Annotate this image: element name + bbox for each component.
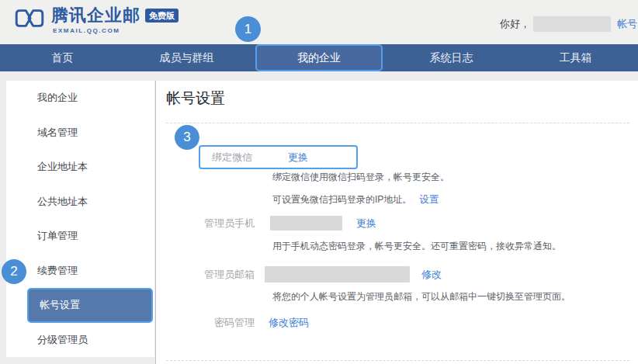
brand-name: 腾讯企业邮 xyxy=(51,5,140,26)
exmail-logo-icon xyxy=(12,7,47,29)
admin-email-desc: 将您的个人帐号设置为管理员邮箱，可以从邮箱中一键切换至管理页面。 xyxy=(272,290,570,303)
account-link[interactable]: 帐号 xyxy=(617,17,637,31)
password-row: 密码管理 修改密码 xyxy=(199,316,309,330)
free-edition-badge: 免费版 xyxy=(145,9,179,23)
logo-text: 腾讯企业邮 免费版 EXMAIL.QQ.COM xyxy=(51,5,179,34)
main-content: 帐号设置 绑定微信 更换 绑定微信使用微信扫码登录，帐号更安全。 可设置免微信扫… xyxy=(155,81,638,364)
wechat-ip-desc-text: 可设置免微信扫码登录的IP地址。 xyxy=(272,193,411,206)
admin-phone-label: 管理员手机 xyxy=(199,217,255,231)
sidebar-item-account-settings[interactable]: 帐号设置 xyxy=(27,288,153,323)
nav-tab-my-enterprise[interactable]: 我的企业 xyxy=(255,44,383,71)
sidebar-item-domain-management[interactable]: 域名管理 xyxy=(6,116,154,151)
password-label: 密码管理 xyxy=(199,316,255,330)
page-title: 帐号设置 xyxy=(166,88,225,109)
redacted-username xyxy=(533,16,611,32)
sidebar-item-my-enterprise[interactable]: 我的企业 xyxy=(6,81,154,116)
sidebar-item-order-management[interactable]: 订单管理 xyxy=(6,219,154,254)
divider-bottom xyxy=(166,360,629,361)
nav-tab-system-logs[interactable]: 系统日志 xyxy=(389,44,513,71)
phone-change-link[interactable]: 更换 xyxy=(356,217,376,231)
wechat-binding-row: 绑定微信 更换 xyxy=(199,145,358,169)
sidebar: 我的企业 域名管理 企业地址本 公共地址本 订单管理 续费管理 帐号设置 分级管… xyxy=(6,81,154,357)
divider-top xyxy=(166,123,629,123)
email-modify-link[interactable]: 修改 xyxy=(421,268,442,282)
nav-tab-home[interactable]: 首页 xyxy=(0,44,124,71)
wechat-ip-desc: 可设置免微信扫码登录的IP地址。 设置 xyxy=(272,193,439,206)
step-badge-3: 3 xyxy=(175,125,199,150)
header: 腾讯企业邮 免费版 EXMAIL.QQ.COM 你好， 帐号 xyxy=(0,0,638,44)
sidebar-item-enterprise-address-book[interactable]: 企业地址本 xyxy=(6,150,154,185)
sidebar-item-public-address-book[interactable]: 公共地址本 xyxy=(6,185,154,220)
sidebar-item-renewal-management[interactable]: 续费管理 xyxy=(6,254,154,289)
nav-tab-toolbox[interactable]: 工具箱 xyxy=(514,44,638,71)
admin-phone-desc: 用于手机动态密码登录，帐号更安全。还可重置密码，接收异常通知。 xyxy=(272,240,561,253)
exmail-admin-page: 腾讯企业邮 免费版 EXMAIL.QQ.COM 你好， 帐号 首页 成员与群组 … xyxy=(0,0,638,364)
main-nav: 首页 成员与群组 我的企业 系统日志 工具箱 xyxy=(0,44,638,71)
admin-email-label: 管理员邮箱 xyxy=(199,268,255,282)
ip-setting-link[interactable]: 设置 xyxy=(419,193,439,206)
nav-tab-members-groups[interactable]: 成员与群组 xyxy=(124,44,248,71)
sidebar-item-sub-admins[interactable]: 分级管理员 xyxy=(6,323,154,358)
brand-domain: EXMAIL.QQ.COM xyxy=(53,27,179,34)
change-password-link[interactable]: 修改密码 xyxy=(269,316,309,330)
admin-email-row: 管理员邮箱 修改 xyxy=(199,266,442,283)
wechat-binding-label: 绑定微信 xyxy=(212,151,252,165)
redacted-email-value xyxy=(265,266,410,283)
admin-phone-row: 管理员手机 更换 xyxy=(199,216,376,231)
user-greeting: 你好， 帐号 xyxy=(500,16,638,32)
step-badge-1: 1 xyxy=(235,16,261,42)
redacted-phone-value xyxy=(270,216,342,231)
exmail-logo[interactable]: 腾讯企业邮 免费版 EXMAIL.QQ.COM xyxy=(12,5,179,34)
wechat-desc: 绑定微信使用微信扫码登录，帐号更安全。 xyxy=(272,171,449,184)
greeting-text: 你好， xyxy=(500,17,530,31)
step-badge-2: 2 xyxy=(2,259,26,284)
wechat-change-link[interactable]: 更换 xyxy=(288,151,308,165)
